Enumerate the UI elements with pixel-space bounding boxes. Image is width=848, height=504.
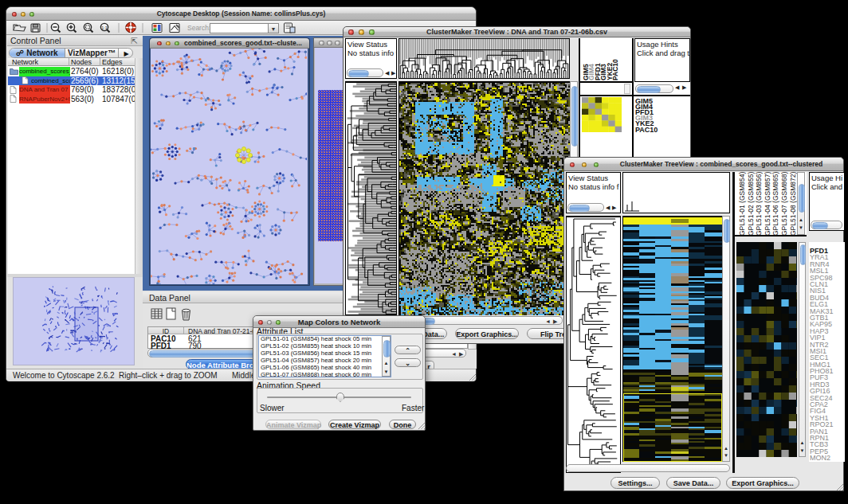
svg-text:1:1: 1:1 <box>101 25 108 30</box>
svg-text:Search:: Search: <box>187 24 210 32</box>
